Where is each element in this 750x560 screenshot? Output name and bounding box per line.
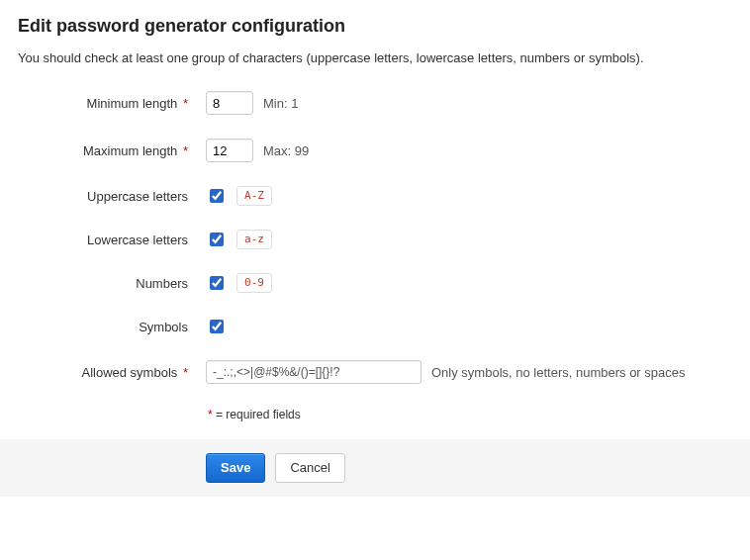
row-allowed-symbols: Allowed symbols * Only symbols, no lette… (18, 360, 732, 384)
max-length-field: Max: 99 (206, 139, 309, 162)
actions-bar: Save Cancel (0, 439, 750, 497)
save-button[interactable]: Save (206, 453, 265, 483)
row-numbers: Numbers 0-9 (18, 273, 732, 293)
cancel-button[interactable]: Cancel (275, 453, 344, 483)
max-length-input[interactable] (206, 139, 253, 162)
intro-text: You should check at least one group of c… (18, 50, 732, 65)
uppercase-checkbox[interactable] (210, 189, 224, 203)
numbers-badge: 0-9 (236, 273, 272, 293)
symbols-field (206, 317, 227, 336)
symbols-checkbox[interactable] (210, 320, 224, 333)
row-max-length: Maximum length * Max: 99 (18, 139, 732, 162)
min-length-field: Min: 1 (206, 91, 298, 115)
required-note-text: = required fields (216, 408, 301, 421)
symbols-label: Symbols (18, 320, 192, 334)
max-length-label-wrap: Maximum length * (18, 143, 192, 158)
lowercase-badge: a-z (236, 230, 272, 249)
uppercase-field: A-Z (206, 186, 272, 206)
allowed-symbols-input[interactable] (206, 360, 422, 384)
numbers-checkbox[interactable] (210, 276, 224, 290)
required-asterisk: * (183, 365, 188, 380)
min-length-label: Minimum length (87, 96, 178, 111)
allowed-symbols-label: Allowed symbols (81, 365, 177, 380)
min-length-hint: Min: 1 (263, 96, 298, 111)
lowercase-label: Lowercase letters (18, 233, 192, 247)
numbers-label: Numbers (18, 276, 192, 291)
lowercase-checkbox[interactable] (210, 233, 224, 246)
required-asterisk: * (208, 408, 213, 421)
uppercase-badge: A-Z (236, 186, 272, 206)
page-title: Edit password generator configuration (18, 16, 732, 37)
numbers-field: 0-9 (206, 273, 272, 293)
required-note-row: * = required fields (18, 408, 732, 421)
required-asterisk: * (183, 96, 188, 111)
row-min-length: Minimum length * Min: 1 (18, 91, 732, 115)
uppercase-label: Uppercase letters (18, 189, 192, 204)
allowed-symbols-field: Only symbols, no letters, numbers or spa… (206, 360, 686, 384)
min-length-label-wrap: Minimum length * (18, 96, 192, 111)
required-note: * = required fields (206, 408, 732, 421)
max-length-hint: Max: 99 (263, 143, 309, 158)
row-lowercase: Lowercase letters a-z (18, 230, 732, 249)
max-length-label: Maximum length (83, 143, 177, 158)
required-asterisk: * (183, 143, 188, 158)
allowed-symbols-hint: Only symbols, no letters, numbers or spa… (431, 365, 686, 380)
lowercase-field: a-z (206, 230, 272, 249)
row-symbols: Symbols (18, 317, 732, 336)
min-length-input[interactable] (206, 91, 253, 115)
row-uppercase: Uppercase letters A-Z (18, 186, 732, 206)
page: Edit password generator configuration Yo… (0, 0, 750, 520)
allowed-symbols-label-wrap: Allowed symbols * (18, 365, 192, 380)
